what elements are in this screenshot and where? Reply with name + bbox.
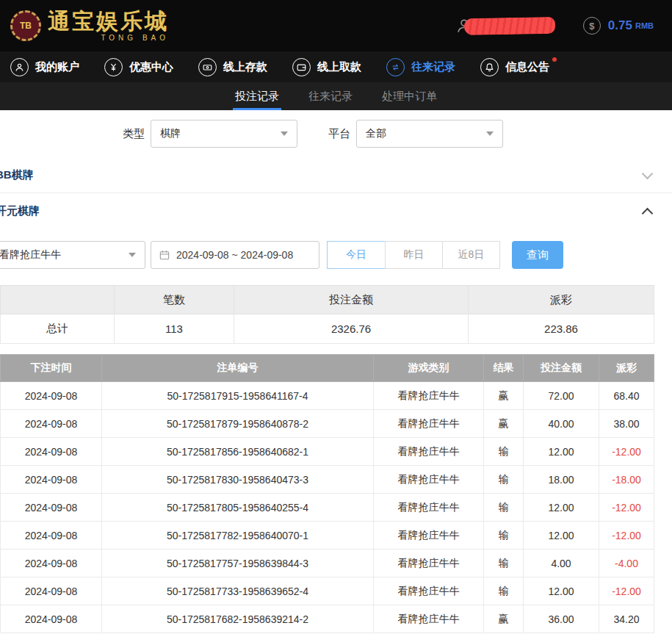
summary-table: 笔数 投注金额 派彩 总计 113 2326.76 223.86 xyxy=(0,285,654,344)
top-header: TB 通宝娱乐城 TONG BAO $ 0.75 RMB xyxy=(0,0,672,51)
table-row[interactable]: 2024-09-0850-1725817757-1958639844-3看牌抢庄… xyxy=(1,550,654,577)
table-row[interactable]: 2024-09-0850-1725817682-1958639214-2看牌抢庄… xyxy=(1,605,654,633)
cell-payout: 38.00 xyxy=(599,410,654,438)
nav-item-deposit[interactable]: 线上存款 xyxy=(198,58,267,76)
cell-result: 赢 xyxy=(484,605,524,633)
cell-order: 50-1725817757-1958639844-3 xyxy=(102,550,374,577)
nav-label: 往来记录 xyxy=(411,60,455,74)
today-button[interactable]: 今日 xyxy=(327,241,386,269)
chevron-down-icon xyxy=(281,132,288,136)
currency-icon: $ xyxy=(583,17,601,35)
type-select-value: 棋牌 xyxy=(160,127,181,140)
last8days-button[interactable]: 近8日 xyxy=(442,241,500,269)
cell-date: 2024-09-08 xyxy=(1,466,102,494)
main-content: 类型 棋牌 平台 全部 BB棋牌 开元棋牌 看牌抢庄牛牛 2024-09-08 … xyxy=(0,120,672,633)
logo-chip-icon: TB xyxy=(10,10,41,41)
cell-bet: 12.00 xyxy=(524,522,599,550)
nav-item-announcements[interactable]: 信息公告 xyxy=(480,58,549,76)
cell-payout: -12.00 xyxy=(599,494,654,522)
date-range-input[interactable]: 2024-09-08 ~ 2024-09-08 xyxy=(151,241,319,269)
bell-icon xyxy=(480,58,499,76)
balance-amount: 0.75 xyxy=(608,18,632,33)
cell-game: 看牌抢庄牛牛 xyxy=(374,605,484,633)
cell-game: 看牌抢庄牛牛 xyxy=(374,494,484,522)
cell-game: 看牌抢庄牛牛 xyxy=(374,382,484,410)
date-range-value: 2024-09-08 ~ 2024-09-08 xyxy=(176,249,293,261)
section-kaiyuan-qipai[interactable]: 开元棋牌 xyxy=(0,193,672,228)
tab-processing-orders[interactable]: 处理中订单 xyxy=(380,82,439,110)
table-row[interactable]: 2024-09-0850-1725817830-1958640473-3看牌抢庄… xyxy=(1,466,654,494)
cell-payout: -12.00 xyxy=(599,522,654,550)
chevron-up-icon[interactable] xyxy=(642,207,654,219)
site-logo[interactable]: TB 通宝娱乐城 TONG BAO xyxy=(10,10,169,42)
cell-result: 输 xyxy=(484,494,524,522)
platform-group: 平台 全部 xyxy=(328,120,503,148)
cell-order: 50-1725817682-1958639214-2 xyxy=(102,605,374,633)
header-bet-amount: 投注金额 xyxy=(524,355,599,382)
nav-label: 优惠中心 xyxy=(129,60,173,74)
header-order-number: 注单编号 xyxy=(102,355,374,382)
cell-result: 输 xyxy=(484,577,524,605)
bet-table-body: 2024-09-0850-1725817915-1958641167-4看牌抢庄… xyxy=(1,382,654,633)
type-select[interactable]: 棋牌 xyxy=(151,120,297,148)
cell-game: 看牌抢庄牛牛 xyxy=(374,522,484,550)
cell-order: 50-1725817733-1958639652-4 xyxy=(102,577,374,605)
cell-payout: -4.00 xyxy=(599,550,654,577)
platform-select-value: 全部 xyxy=(366,127,386,140)
cell-bet: 72.00 xyxy=(524,382,599,410)
header-game-type: 游戏类别 xyxy=(374,355,484,382)
summary-header-count: 笔数 xyxy=(115,286,234,314)
section-bb-qipai[interactable]: BB棋牌 xyxy=(0,158,672,193)
promo-icon xyxy=(104,58,123,76)
yesterday-button[interactable]: 昨日 xyxy=(385,241,443,269)
chevron-down-icon xyxy=(486,132,494,136)
table-row[interactable]: 2024-09-0850-1725817879-1958640878-2看牌抢庄… xyxy=(1,410,654,438)
table-row[interactable]: 2024-09-0850-1725817782-1958640070-1看牌抢庄… xyxy=(1,522,654,550)
header-payout: 派彩 xyxy=(599,355,654,382)
user-icon xyxy=(10,58,29,76)
table-row[interactable]: 2024-09-0850-1725817856-1958640682-1看牌抢庄… xyxy=(1,438,654,466)
summary-total-count: 113 xyxy=(115,314,234,344)
nav-item-my-account[interactable]: 我的账户 xyxy=(10,58,79,76)
username-redaction xyxy=(464,16,555,35)
cell-bet: 18.00 xyxy=(524,466,599,494)
header-bet-time: 下注时间 xyxy=(1,355,102,382)
chevron-down-icon[interactable] xyxy=(642,167,654,179)
nav-label: 信息公告 xyxy=(505,60,549,74)
nav-item-transaction-records[interactable]: 往来记录 xyxy=(386,58,455,76)
cell-date: 2024-09-08 xyxy=(1,577,102,605)
user-area: $ 0.75 RMB xyxy=(455,16,654,35)
chip-text: TB xyxy=(20,21,32,31)
sub-tabs: 投注记录 往来记录 处理中订单 xyxy=(0,82,672,110)
logo-text: 通宝娱乐城 TONG BAO xyxy=(48,10,169,42)
platform-select[interactable]: 全部 xyxy=(356,120,503,148)
cell-bet: 4.00 xyxy=(524,550,599,577)
tab-transaction-records[interactable]: 往来记录 xyxy=(306,82,355,110)
cell-date: 2024-09-08 xyxy=(1,550,102,577)
nav-item-promotions[interactable]: 优惠中心 xyxy=(104,58,173,76)
cell-payout: 68.40 xyxy=(599,382,654,410)
table-row[interactable]: 2024-09-0850-1725817915-1958641167-4看牌抢庄… xyxy=(1,382,654,410)
nav-item-withdraw[interactable]: 线上取款 xyxy=(292,58,361,76)
cell-result: 输 xyxy=(484,522,524,550)
table-row[interactable]: 2024-09-0850-1725817733-1958639652-4看牌抢庄… xyxy=(1,577,654,605)
nav-label: 线上存款 xyxy=(223,60,267,74)
cell-date: 2024-09-08 xyxy=(1,494,102,522)
cell-game: 看牌抢庄牛牛 xyxy=(374,466,484,494)
cell-bet: 12.00 xyxy=(524,438,599,466)
tab-label: 往来记录 xyxy=(308,90,353,104)
cell-order: 50-1725817915-1958641167-4 xyxy=(102,382,374,410)
search-button[interactable]: 查询 xyxy=(512,241,563,269)
tab-bet-records[interactable]: 投注记录 xyxy=(233,82,281,110)
cell-game: 看牌抢庄牛牛 xyxy=(374,550,484,577)
cell-order: 50-1725817805-1958640255-4 xyxy=(102,494,374,522)
game-select[interactable]: 看牌抢庄牛牛 xyxy=(0,241,145,269)
cell-payout: 34.20 xyxy=(599,605,654,633)
cell-game: 看牌抢庄牛牛 xyxy=(374,438,484,466)
cell-bet: 40.00 xyxy=(524,410,599,438)
summary-header-row: 笔数 投注金额 派彩 xyxy=(1,286,654,314)
cell-bet: 12.00 xyxy=(524,577,599,605)
table-row[interactable]: 2024-09-0850-1725817805-1958640255-4看牌抢庄… xyxy=(1,494,654,522)
cell-game: 看牌抢庄牛牛 xyxy=(374,410,484,438)
section-title: 开元棋牌 xyxy=(0,204,40,218)
